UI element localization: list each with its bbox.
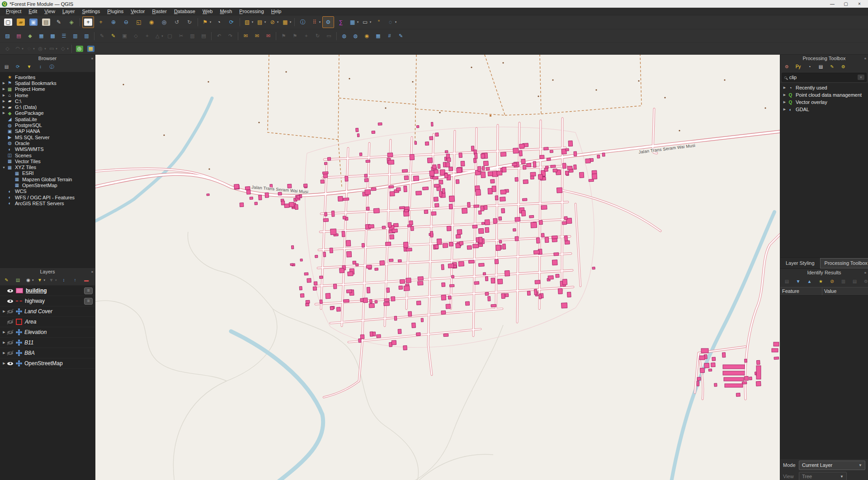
model-designer-button[interactable]: ⚙ [782,62,792,72]
properties-widget-button[interactable]: ⓘ [47,62,57,72]
layer-item-elevation[interactable]: ▶Elevation [0,327,95,338]
browser-item-g-data[interactable]: ▶▰G:\ (Data) [0,104,95,110]
expander-icon[interactable]: ▶ [1,341,7,344]
new-print-layout-button[interactable]: ▤ [40,16,52,28]
browser-item-project-home[interactable]: ▶▦Project Home [0,86,95,92]
add-spatialite-layer-button[interactable]: ▥ [81,31,92,41]
zoom-to-layer-button[interactable]: ◎ [158,16,170,28]
annotation-tool-button[interactable]: ✎ [396,31,406,41]
zoom-next-button[interactable]: ↻ [184,16,195,28]
sun-exposure-button[interactable]: ◉ [362,31,372,41]
close-button[interactable]: × [853,0,866,8]
delete-selected-button[interactable]: ▢ [165,31,175,41]
browser-item-ms-sql-server[interactable]: ▶MS SQL Server [0,134,95,140]
browser-item-geopackage[interactable]: ▶◆GeoPackage [0,110,95,116]
filter-browser-button[interactable]: ▼ [24,62,34,72]
browser-item-arcgis-rest-servers[interactable]: ◐ArcGIS REST Servers [0,200,95,206]
style-manager-button[interactable]: ◈ [66,16,77,28]
expander-icon[interactable]: ▶ [782,93,787,97]
layer-item-building[interactable]: building☰ [0,286,95,296]
open-attribute-table-button[interactable]: ▦▾ [348,16,359,28]
expander-icon[interactable]: ▶ [1,99,6,103]
statistical-summary-button[interactable]: ∑ [335,16,347,28]
layer-item-land-cover[interactable]: ▶Land Cover [0,306,95,317]
add-selected-layers-button[interactable]: ▤ [2,62,11,72]
cut-features-button[interactable]: ✂ [176,31,186,41]
expand-new-results-button[interactable]: ★ [816,277,826,287]
move-label-button[interactable]: + [301,31,311,41]
open-existing-model-button[interactable]: ▤ [816,62,826,72]
add-delimited-text-layer-button[interactable]: ☰ [59,31,69,41]
layer-item-highway[interactable]: highway☰ [0,296,95,306]
highlight-pinned-labels-button[interactable]: ⚑ [290,31,300,41]
rectangle-tool-button[interactable]: ▭▾ [47,43,58,54]
menu-edit[interactable]: Edit [25,8,40,14]
browser-dock-icon[interactable]: ▫ [91,56,93,61]
expander-icon[interactable]: ▶ [1,362,7,365]
expand-all-layers-button[interactable]: ↕ [59,276,69,285]
menu-project[interactable]: Project [3,8,24,14]
clear-results-button[interactable]: ⊘ [827,277,837,287]
visibility-eye-off-icon[interactable] [7,339,14,346]
add-mesh-layer-button[interactable]: ▩ [47,31,58,41]
processing-dock-icon[interactable]: ▫ [864,56,866,61]
processing-search-input[interactable] [789,75,855,80]
menu-processing[interactable]: Processing [236,8,267,14]
save-project-button[interactable]: ▣ [28,16,39,28]
processing-group-gdal[interactable]: ▶◐GDAL [780,106,868,113]
add-raster-layer-button[interactable]: ▦ [36,31,47,41]
expander-icon[interactable]: ▶ [1,105,6,109]
data-source-manager-button[interactable]: ▨ [2,31,13,41]
refresh-map-button[interactable]: ⟳ [226,16,237,28]
vertex-tool-button[interactable]: △▾ [153,31,164,41]
expander-icon[interactable]: ▶ [1,81,6,85]
show-layout-manager-button[interactable]: ✎ [53,16,65,28]
manage-map-themes-button[interactable]: ◉▾ [24,276,34,285]
temporal-controller-button[interactable]: ◔ [213,16,225,28]
clear-search-icon[interactable]: × [858,75,864,80]
browser-item-mapzen-global-terrain[interactable]: ▦Mapzen Global Terrain [0,176,95,182]
collapse-tree-button[interactable]: ▲ [805,277,814,287]
tab-processing-toolbox[interactable]: Processing Toolbox [820,258,868,268]
menu-view[interactable]: View [41,8,58,14]
identify-form-view-button[interactable]: ▤ [782,277,792,287]
browser-item-wcs[interactable]: ◐WCS [0,188,95,194]
browser-item-spatial-bookmarks[interactable]: ▶⚑Spatial Bookmarks [0,80,95,86]
toggle-editing-button[interactable]: ✎ [108,31,118,41]
browser-item-scenes[interactable]: ◫Scenes [0,152,95,158]
expander-icon[interactable]: ▶ [782,108,787,111]
identify-dock-icon[interactable]: ▫ [864,270,866,275]
refresh-browser-button[interactable]: ⟳ [13,62,23,72]
maximize-button[interactable]: ▢ [839,0,853,8]
filter-by-expression-button[interactable]: ▼▾ [47,276,57,285]
browser-item-sap-hana[interactable]: ▣SAP HANA [0,128,95,134]
expander-icon[interactable]: ▶ [1,111,6,115]
menu-layer[interactable]: Layer [59,8,78,14]
menu-database[interactable]: Database [171,8,198,14]
zoom-full-extent-button[interactable]: ◱ [133,16,145,28]
collapse-all-browser-button[interactable]: ↕ [36,62,45,72]
visibility-eye-off-icon[interactable] [7,329,14,336]
new-project-button[interactable]: ▢ [2,16,14,28]
current-edits-button[interactable]: ✎ [97,31,107,41]
new-geopackage-button[interactable]: ▤ [14,31,24,41]
georeferencer-button[interactable]: # [384,31,395,41]
change-label-button[interactable]: ▭ [324,31,334,41]
browser-item-xyz-tiles[interactable]: ▼▦XYZ Tiles [0,164,95,170]
tab-layer-styling[interactable]: Layer Styling [781,258,819,268]
open-layer-styling-button[interactable]: ✎ [2,276,11,285]
processing-options-button[interactable]: ⚙ [839,62,848,72]
layer-edit-widget-badge[interactable]: ☰ [84,287,93,294]
mode-select[interactable]: Current Layer ▼ [799,461,865,470]
osm-download-button[interactable]: ✉ [241,31,251,41]
circle-2points-tool-button[interactable]: ◌▾ [25,43,35,54]
layer-item-b8a[interactable]: ▶B8A [0,348,95,358]
enable-advanced-digitizing-button[interactable]: ◇ [2,43,13,54]
layers-dock-icon[interactable]: ▫ [91,269,93,274]
menu-vector[interactable]: Vector [127,8,148,14]
print-response-button[interactable]: ▤ [850,277,859,287]
copy-features-button[interactable]: ▥ [187,31,198,41]
browser-item-c[interactable]: ▶▰C:\ [0,98,95,104]
expander-icon[interactable]: ▶ [782,86,787,89]
open-project-button[interactable]: ▰ [15,16,27,28]
